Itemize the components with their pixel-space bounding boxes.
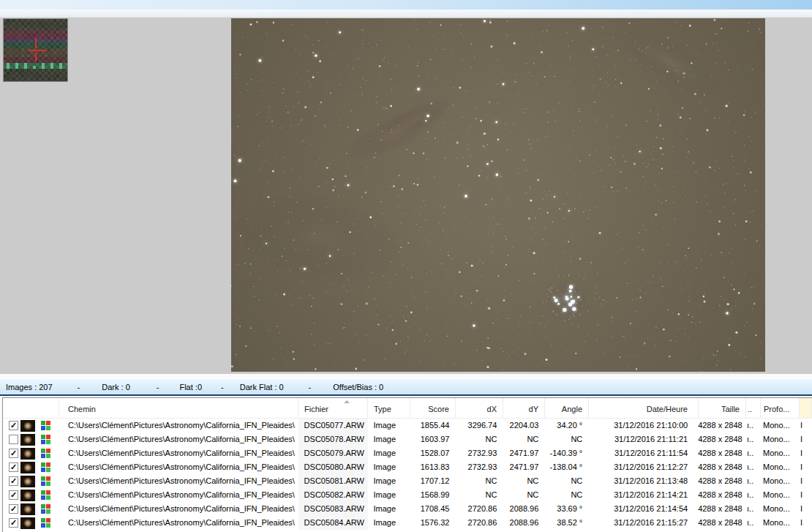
cell-partial: I [799, 488, 812, 502]
cell-dy: 2471.97 [503, 446, 544, 460]
header-chemin[interactable]: Chemin [59, 398, 298, 418]
row-checkbox[interactable]: ✓ [9, 462, 18, 472]
cell-chemin: C:\Users\Clément\Pictures\Astronomy\Cali… [59, 446, 298, 460]
cell-narrow: ı.. [745, 460, 760, 474]
cfa-icon-cell [37, 460, 59, 474]
cell-type: Image [368, 516, 410, 530]
row-checkbox[interactable] [9, 435, 18, 444]
cell-chemin: C:\Users\Clément\Pictures\Astronomy\Cali… [59, 502, 298, 516]
separator: - [78, 383, 80, 391]
cell-angle: NC [544, 488, 588, 502]
star-thumbnail [20, 503, 35, 515]
cell-angle: -140.39 ° [544, 446, 588, 460]
cell-partial: I [799, 432, 812, 446]
cell-dy: 2471.97 [503, 460, 544, 474]
cfa-bayer-icon [41, 462, 50, 472]
table-row[interactable]: C:\Users\Clément\Pictures\Astronomy\Cali… [3, 432, 812, 446]
header-score[interactable]: Score [410, 398, 456, 418]
cell-profondeur: Mono... [760, 474, 799, 488]
cell-type: Image [368, 460, 410, 474]
cell-angle: 34.20 ° [544, 419, 588, 432]
cell-chemin: C:\Users\Clément\Pictures\Astronomy\Cali… [59, 432, 298, 446]
header-angle[interactable]: Angle [545, 398, 589, 418]
cell-date_heure: 31/12/2016 21:13:48 [588, 474, 698, 488]
row-checkbox[interactable]: ✓ [9, 476, 18, 486]
cfa-bayer-icon [41, 476, 50, 486]
checkbox-cell: ✓ [3, 474, 18, 488]
header-date-heure[interactable]: Date/Heure [589, 398, 699, 418]
header-profondeur[interactable]: Profo... [761, 398, 800, 418]
cell-fichier: DSC05079.ARW [298, 446, 368, 460]
header-select-column[interactable] [3, 398, 59, 418]
preview-workarea [0, 18, 812, 374]
cfa-bayer-icon [41, 449, 50, 458]
row-checkbox[interactable]: ✓ [9, 518, 18, 528]
cell-fichier: DSC05078.ARW [298, 432, 368, 446]
cell-angle: NC [544, 432, 588, 446]
cell-profondeur: Mono... [760, 446, 799, 460]
table-row[interactable]: ✓C:\Users\Clément\Pictures\Astronomy\Cal… [3, 516, 812, 530]
thumbnail-cell [18, 474, 37, 488]
astro-image-canvas [231, 18, 765, 372]
cell-chemin: C:\Users\Clément\Pictures\Astronomy\Cali… [59, 460, 298, 474]
header-dy[interactable]: dY [503, 398, 545, 418]
row-checkbox[interactable]: ✓ [9, 490, 18, 500]
star-thumbnail [20, 517, 35, 529]
cell-taille: 4288 x 2848 [698, 474, 745, 488]
cell-type: Image [368, 446, 410, 460]
cell-dx: NC [455, 474, 503, 488]
cell-taille: 4288 x 2848 [698, 488, 745, 502]
cell-chemin: C:\Users\Clément\Pictures\Astronomy\Cali… [59, 488, 298, 502]
astro-image-preview[interactable] [231, 18, 765, 372]
cell-taille: 4288 x 2848 [698, 502, 745, 516]
checkbox-cell: ✓ [3, 516, 18, 530]
cell-dy: 2088.96 [503, 502, 544, 516]
cfa-icon-cell [37, 516, 59, 530]
header-narrow[interactable]: .. [746, 398, 761, 418]
cell-chemin: C:\Users\Clément\Pictures\Astronomy\Cali… [59, 516, 298, 530]
checkbox-cell: ✓ [3, 488, 18, 502]
star-thumbnail [20, 476, 35, 487]
image-counts-bar: Images : 207 - Dark : 0 - Flat :0 - Dark… [0, 378, 812, 396]
cfa-icon-cell [37, 474, 59, 488]
cell-partial: I [799, 446, 812, 460]
thumbnail-cell [18, 516, 37, 530]
cell-fichier: DSC05080.ARW [298, 460, 368, 474]
table-row[interactable]: ✓C:\Users\Clément\Pictures\Astronomy\Cal… [3, 474, 812, 488]
cfa-bayer-icon [41, 490, 50, 500]
cfa-bayer-icon [41, 518, 50, 528]
header-taille[interactable]: Taille [699, 398, 746, 418]
table-row[interactable]: ✓C:\Users\Clément\Pictures\Astronomy\Cal… [3, 488, 812, 502]
table-row[interactable]: ✓C:\Users\Clément\Pictures\Astronomy\Cal… [3, 502, 812, 516]
cell-type: Image [368, 474, 410, 488]
table-row[interactable]: ✓C:\Users\Clément\Pictures\Astronomy\Cal… [3, 419, 812, 432]
cell-dx: 2720.86 [455, 502, 503, 516]
window-titlebar [0, 0, 812, 10]
header-type[interactable]: Type [368, 398, 410, 418]
cfa-icon-cell [37, 488, 59, 502]
cell-narrow: ı.. [745, 516, 760, 530]
cell-date_heure: 31/12/2016 21:11:21 [588, 432, 698, 446]
cell-narrow: ı.. [745, 432, 760, 446]
cell-narrow: ı.. [745, 488, 760, 502]
checkbox-cell: ✓ [3, 446, 18, 460]
pixel-zoom-panel[interactable] [3, 18, 68, 82]
table-row[interactable]: ✓C:\Users\Clément\Pictures\Astronomy\Cal… [3, 460, 812, 474]
checkbox-cell [3, 432, 18, 446]
header-dx[interactable]: dX [456, 398, 503, 418]
header-fichier[interactable]: Fichier [298, 398, 368, 418]
cell-partial: I [799, 502, 812, 516]
row-checkbox[interactable]: ✓ [9, 421, 18, 430]
row-checkbox[interactable]: ✓ [9, 504, 18, 514]
row-checkbox[interactable]: ✓ [9, 449, 18, 458]
thumbnail-cell [18, 432, 37, 446]
star-thumbnail [20, 420, 35, 432]
cell-profondeur: Mono... [760, 516, 799, 530]
header-partial-column[interactable] [800, 398, 812, 418]
star-thumbnail [20, 490, 35, 501]
cell-dx: NC [455, 432, 503, 446]
table-row[interactable]: ✓C:\Users\Clément\Pictures\Astronomy\Cal… [3, 446, 812, 460]
cell-taille: 4288 x 2848 [698, 419, 745, 432]
thumbnail-cell [18, 419, 37, 432]
cell-dx: 2732.93 [455, 446, 503, 460]
